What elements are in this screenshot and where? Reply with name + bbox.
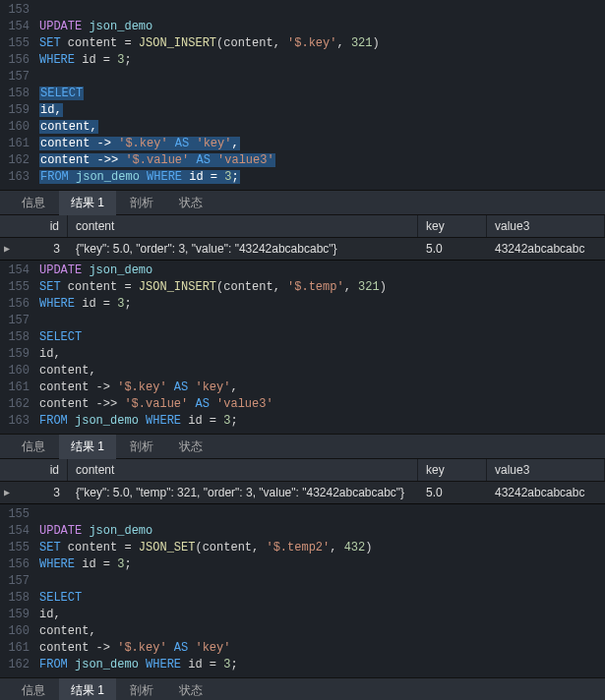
code-line[interactable]: 158SELECT: [0, 86, 605, 102]
line-number: 162: [0, 152, 39, 169]
code-line[interactable]: 160content,: [0, 119, 605, 136]
column-header-id[interactable]: id: [14, 215, 68, 237]
code-line[interactable]: 158SELECT: [0, 590, 605, 607]
tab-info[interactable]: 信息: [10, 191, 57, 215]
cell-key[interactable]: 5.0: [418, 238, 487, 260]
row-indicator-icon: ▶: [0, 487, 14, 498]
result-tabs: 信息结果 1剖析状态: [0, 190, 605, 215]
code-line[interactable]: 157: [0, 573, 605, 590]
code-editor[interactable]: 155154UPDATE json_demo155SET content = J…: [0, 504, 605, 677]
code-line[interactable]: 155SET content = JSON_INSERT(content, '$…: [0, 279, 605, 296]
code-line[interactable]: 161content -> '$.key' AS 'key',: [0, 379, 605, 396]
cell-value3[interactable]: 43242abcabcabc: [487, 238, 605, 260]
tab-info[interactable]: 信息: [10, 678, 57, 701]
row-indicator-icon: ▶: [0, 243, 14, 255]
line-number: 155: [0, 540, 39, 556]
code-line[interactable]: 163FROM json_demo WHERE id = 3;: [0, 413, 605, 430]
cell-key[interactable]: 5.0: [418, 482, 487, 503]
code-line[interactable]: 156WHERE id = 3;: [0, 52, 605, 69]
code-line[interactable]: 161content -> '$.key' AS 'key': [0, 640, 605, 657]
column-header-id[interactable]: id: [14, 459, 68, 481]
code-line[interactable]: 154UPDATE json_demo: [0, 523, 605, 540]
tab-status[interactable]: 状态: [167, 678, 214, 701]
code-text: [39, 313, 605, 329]
grid-header: idcontentkeyvalue3: [0, 215, 605, 238]
line-number: 161: [0, 136, 39, 152]
code-line[interactable]: 156WHERE id = 3;: [0, 296, 605, 313]
code-text: WHERE id = 3;: [39, 556, 605, 573]
code-text: content,: [39, 623, 605, 640]
code-line[interactable]: 157: [0, 69, 605, 86]
line-number: 161: [0, 640, 39, 657]
line-number: 159: [0, 607, 39, 623]
column-header-value3[interactable]: value3: [487, 215, 605, 237]
column-header-value3[interactable]: value3: [487, 459, 605, 481]
cell-content[interactable]: {"key": 5.0, "order": 3, "value": "43242…: [68, 238, 418, 260]
code-line[interactable]: 160content,: [0, 363, 605, 379]
code-line[interactable]: 159id,: [0, 607, 605, 623]
column-header-key[interactable]: key: [418, 459, 487, 481]
grid-header: idcontentkeyvalue3: [0, 459, 605, 482]
column-header-content[interactable]: content: [68, 215, 418, 237]
column-header-content[interactable]: content: [68, 459, 418, 481]
code-line[interactable]: 162content ->> '$.value' AS 'value3': [0, 152, 605, 169]
code-line[interactable]: 158SELECT: [0, 329, 605, 346]
table-row[interactable]: ▶3{"key": 5.0, "temp": 321, "order": 3, …: [0, 482, 605, 503]
code-line[interactable]: 153: [0, 2, 605, 19]
code-editor[interactable]: 153154UPDATE json_demo155SET content = J…: [0, 0, 605, 190]
tab-profile[interactable]: 剖析: [118, 435, 165, 459]
editor-panel: 154UPDATE json_demo155SET content = JSON…: [0, 261, 605, 504]
cell-content[interactable]: {"key": 5.0, "temp": 321, "order": 3, "v…: [68, 482, 418, 503]
code-text: [39, 2, 605, 19]
cell-id[interactable]: 3: [14, 238, 68, 260]
code-line[interactable]: 157: [0, 313, 605, 329]
line-number: 156: [0, 556, 39, 573]
code-line[interactable]: 162FROM json_demo WHERE id = 3;: [0, 657, 605, 673]
code-editor[interactable]: 154UPDATE json_demo155SET content = JSON…: [0, 261, 605, 434]
table-row[interactable]: ▶3{"key": 5.0, "order": 3, "value": "432…: [0, 238, 605, 260]
tab-status[interactable]: 状态: [167, 435, 214, 459]
code-line[interactable]: 159id,: [0, 102, 605, 119]
line-number: 158: [0, 329, 39, 346]
code-text: content ->> '$.value' AS 'value3': [39, 152, 605, 169]
code-text: id,: [39, 102, 605, 119]
column-header-key[interactable]: key: [418, 215, 487, 237]
code-line[interactable]: 155SET content = JSON_INSERT(content, '$…: [0, 35, 605, 52]
code-line[interactable]: 154UPDATE json_demo: [0, 19, 605, 35]
tab-status[interactable]: 状态: [167, 191, 214, 215]
code-line[interactable]: 159id,: [0, 346, 605, 363]
code-text: SET content = JSON_INSERT(content, '$.ke…: [39, 35, 605, 52]
line-number: 162: [0, 396, 39, 413]
code-line[interactable]: 161content -> '$.key' AS 'key',: [0, 136, 605, 152]
line-number: 154: [0, 262, 39, 279]
tab-info[interactable]: 信息: [10, 435, 57, 459]
code-text: content ->> '$.value' AS 'value3': [39, 396, 605, 413]
code-line[interactable]: 155: [0, 506, 605, 523]
code-text: WHERE id = 3;: [39, 296, 605, 313]
tab-result1[interactable]: 结果 1: [59, 191, 116, 215]
code-line[interactable]: 156WHERE id = 3;: [0, 556, 605, 573]
tab-profile[interactable]: 剖析: [118, 678, 165, 701]
code-line[interactable]: 155SET content = JSON_SET(content, '$.te…: [0, 540, 605, 556]
code-line[interactable]: 163FROM json_demo WHERE id = 3;: [0, 169, 605, 186]
code-text: content -> '$.key' AS 'key': [39, 640, 605, 657]
code-text: [39, 506, 605, 523]
line-number: 157: [0, 573, 39, 590]
tab-result1[interactable]: 结果 1: [59, 678, 116, 701]
result-grid[interactable]: idcontentkeyvalue3▶3{"key": 5.0, "order"…: [0, 215, 605, 260]
line-number: 158: [0, 590, 39, 607]
line-number: 158: [0, 86, 39, 102]
line-number: 162: [0, 657, 39, 673]
line-number: 154: [0, 19, 39, 35]
tab-profile[interactable]: 剖析: [118, 191, 165, 215]
code-text: content,: [39, 119, 605, 136]
result-grid[interactable]: idcontentkeyvalue3▶3{"key": 5.0, "temp":…: [0, 459, 605, 503]
line-number: 163: [0, 169, 39, 186]
tab-result1[interactable]: 结果 1: [59, 435, 116, 459]
code-line[interactable]: 154UPDATE json_demo: [0, 262, 605, 279]
code-line[interactable]: 160content,: [0, 623, 605, 640]
code-line[interactable]: 162content ->> '$.value' AS 'value3': [0, 396, 605, 413]
cell-id[interactable]: 3: [14, 482, 68, 503]
cell-value3[interactable]: 43242abcabcabc: [487, 482, 605, 503]
result-tabs: 信息结果 1剖析状态: [0, 677, 605, 700]
